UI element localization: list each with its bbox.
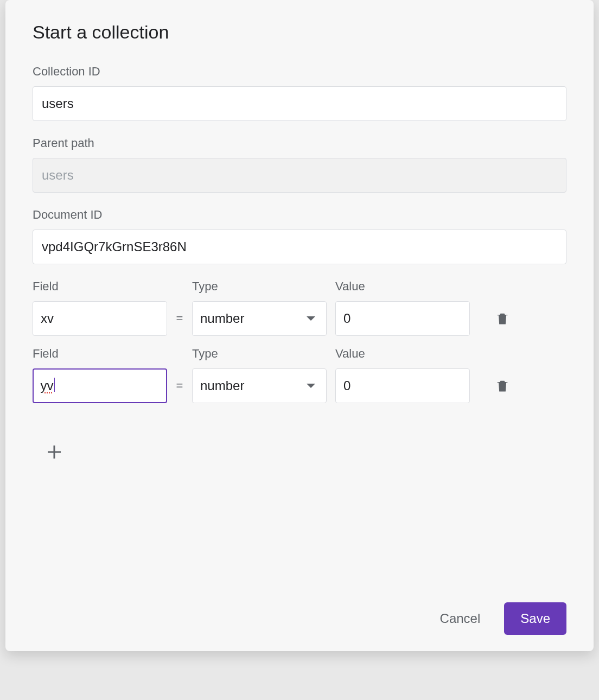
trash-icon: [495, 377, 510, 394]
cancel-button[interactable]: Cancel: [436, 603, 485, 634]
chevron-down-icon: [307, 384, 315, 388]
text-caret: [54, 378, 55, 392]
field-name-input[interactable]: yv: [33, 368, 167, 403]
header-field: Field: [33, 279, 167, 294]
field-row: Field Type Value yv = number: [33, 347, 566, 403]
header-type: Type: [192, 279, 327, 294]
plus-icon: [44, 442, 64, 462]
trash-icon: [495, 310, 510, 327]
document-id-label: Document ID: [33, 208, 566, 222]
field-row-inputs: = number: [33, 301, 566, 336]
spacer: [33, 468, 566, 591]
field-name-text: yv: [41, 378, 54, 393]
chevron-down-icon: [307, 316, 315, 321]
collection-id-input[interactable]: [33, 86, 566, 121]
document-id-input[interactable]: [33, 230, 566, 264]
field-value-input[interactable]: [335, 368, 470, 403]
field-row: Field Type Value = number: [33, 279, 566, 336]
field-type-value: number: [200, 311, 244, 326]
field-value-input[interactable]: [335, 301, 470, 336]
parent-path-input: [33, 158, 566, 193]
collection-id-label: Collection ID: [33, 65, 566, 79]
equals-sign: =: [167, 379, 192, 393]
collection-id-group: Collection ID: [33, 65, 566, 121]
equals-sign: =: [167, 311, 192, 326]
field-headers: Field Type Value: [33, 279, 566, 294]
dialog-actions: Cancel Save: [33, 591, 566, 635]
field-row-inputs: yv = number: [33, 368, 566, 403]
delete-field-button[interactable]: [492, 308, 513, 329]
delete-field-button[interactable]: [492, 375, 513, 397]
parent-path-group: Parent path: [33, 136, 566, 193]
header-value: Value: [335, 347, 470, 361]
header-field: Field: [33, 347, 167, 361]
dialog-title: Start a collection: [33, 22, 566, 43]
field-type-select[interactable]: number: [192, 301, 327, 336]
add-field-button[interactable]: [38, 436, 71, 468]
field-type-select[interactable]: number: [192, 368, 327, 403]
field-headers: Field Type Value: [33, 347, 566, 361]
document-id-group: Document ID: [33, 208, 566, 264]
start-collection-dialog: Start a collection Collection ID Parent …: [5, 0, 594, 651]
header-type: Type: [192, 347, 327, 361]
parent-path-label: Parent path: [33, 136, 566, 150]
save-button[interactable]: Save: [504, 602, 566, 635]
header-value: Value: [335, 279, 470, 294]
field-name-input[interactable]: [33, 301, 167, 336]
field-type-value: number: [200, 378, 244, 393]
